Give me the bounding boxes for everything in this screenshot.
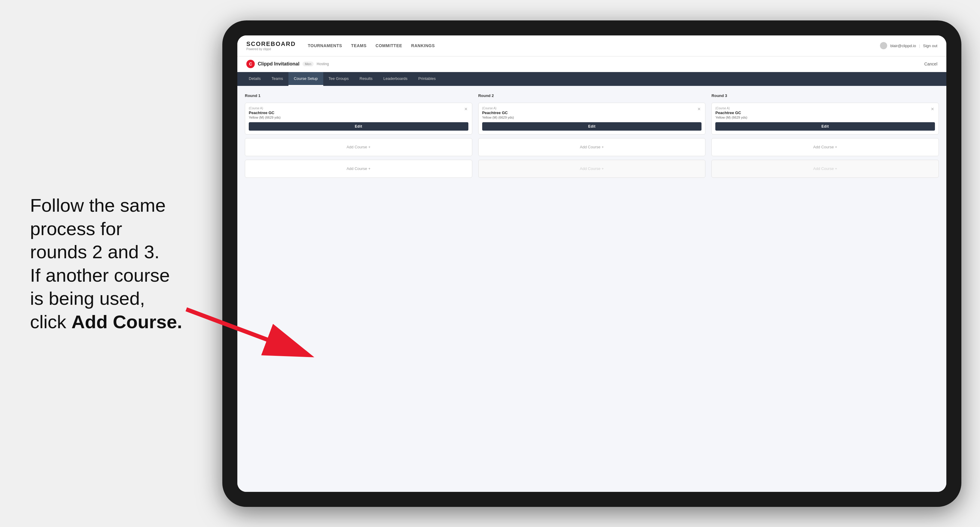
round-2-add-course-1-label: Add Course + [580,145,604,149]
nav-link-rankings[interactable]: RANKINGS [411,42,435,49]
round-3-course-card: ✕ (Course A) Peachtree GC Yellow (M) (66… [711,103,939,135]
round-2-column: Round 2 ✕ (Course A) Peachtree GC Yellow… [478,94,706,178]
tablet-screen: SCOREBOARD Powered by clippd TOURNAMENTS… [237,35,947,492]
sign-out-link[interactable]: Sign out [923,44,937,48]
nav-link-committee[interactable]: COMMITTEE [375,42,402,49]
tablet-frame: SCOREBOARD Powered by clippd TOURNAMENTS… [222,21,961,507]
tournament-status: Hosting [317,62,329,66]
logo-area: SCOREBOARD Powered by clippd [247,41,296,51]
instruction-line5: is being used, [30,288,145,309]
round-2-course-label: (Course A) [482,106,702,110]
instruction-line2: process for [30,218,122,239]
nav-user-email: blair@clippd.io [890,44,916,48]
round-1-course-label: (Course A) [249,106,468,110]
nav-avatar [880,42,887,49]
tab-tee-groups[interactable]: Tee Groups [323,72,354,86]
logo-sub: Powered by clippd [247,48,296,51]
tournament-name: Clippd Invitational [258,61,299,67]
round-3-edit-button[interactable]: Edit [715,122,935,131]
nav-right: blair@clippd.io | Sign out [880,42,937,49]
tournament-gender-badge: Men [302,62,313,67]
round-3-column: Round 3 ✕ (Course A) Peachtree GC Yellow… [711,94,939,178]
round-3-course-details: Yellow (M) (6629 yds) [715,116,935,119]
round-2-course-name: Peachtree GC [482,111,702,115]
round-1-column: Round 1 ✕ (Course A) Peachtree GC Yellow… [245,94,472,178]
top-nav: SCOREBOARD Powered by clippd TOURNAMENTS… [237,35,947,56]
round-2-add-course-1[interactable]: Add Course + [478,138,706,156]
instruction-line6: click [30,311,72,332]
instruction-line3: rounds 2 and 3. [30,241,159,262]
tab-leaderboards[interactable]: Leaderboards [378,72,413,86]
round-3-course-name: Peachtree GC [715,111,935,115]
instruction-line4: If another course [30,265,170,286]
round-2-edit-button[interactable]: Edit [482,122,702,131]
round-2-title: Round 2 [478,94,706,98]
nav-links: TOURNAMENTS TEAMS COMMITTEE RANKINGS [308,42,880,49]
round-1-title: Round 1 [245,94,472,98]
round-3-add-course-1-label: Add Course + [813,145,837,149]
cancel-button[interactable]: Cancel [924,62,937,67]
round-1-add-course-2-label: Add Course + [347,167,371,171]
round-3-add-course-2: Add Course + [711,160,939,178]
tournament-header: C Clippd Invitational Men Hosting Cancel [237,56,947,72]
round-1-course-name: Peachtree GC [249,111,468,115]
logo-scoreboard: SCOREBOARD [247,41,296,48]
nav-link-teams[interactable]: TEAMS [351,42,367,49]
round-3-add-course-2-label: Add Course + [813,167,837,171]
nav-divider: | [919,44,920,48]
content-area: Round 1 ✕ (Course A) Peachtree GC Yellow… [237,86,947,492]
instruction-line1: Follow the same [30,195,165,216]
tab-course-setup[interactable]: Course Setup [288,72,323,86]
tournament-logo: C [247,60,255,68]
round-1-add-course-1[interactable]: Add Course + [245,138,472,156]
round-3-title: Round 3 [711,94,939,98]
round-2-course-details: Yellow (M) (6629 yds) [482,116,702,119]
round-2-add-course-2-label: Add Course + [580,167,604,171]
round-2-add-course-2: Add Course + [478,160,706,178]
tab-details[interactable]: Details [243,72,266,86]
round-2-course-card: ✕ (Course A) Peachtree GC Yellow (M) (66… [478,103,706,135]
round-3-add-course-1[interactable]: Add Course + [711,138,939,156]
instruction-text: Follow the same process for rounds 2 and… [18,176,204,351]
round-1-course-details: Yellow (M) (6629 yds) [249,116,468,119]
round-2-delete-icon[interactable]: ✕ [696,106,702,112]
round-3-course-label: (Course A) [715,106,935,110]
instruction-bold: Add Course. [72,311,182,332]
round-1-add-course-1-label: Add Course + [347,145,371,149]
tab-printables[interactable]: Printables [413,72,441,86]
tab-teams[interactable]: Teams [266,72,288,86]
round-1-edit-button[interactable]: Edit [249,122,468,131]
rounds-grid: Round 1 ✕ (Course A) Peachtree GC Yellow… [245,94,939,178]
round-1-delete-icon[interactable]: ✕ [463,106,469,112]
round-1-course-card: ✕ (Course A) Peachtree GC Yellow (M) (66… [245,103,472,135]
nav-link-tournaments[interactable]: TOURNAMENTS [308,42,342,49]
tournament-left: C Clippd Invitational Men Hosting [247,60,329,68]
round-3-delete-icon[interactable]: ✕ [929,106,935,112]
tab-results[interactable]: Results [354,72,378,86]
tabs-bar: Details Teams Course Setup Tee Groups Re… [237,72,947,86]
round-1-add-course-2[interactable]: Add Course + [245,160,472,178]
